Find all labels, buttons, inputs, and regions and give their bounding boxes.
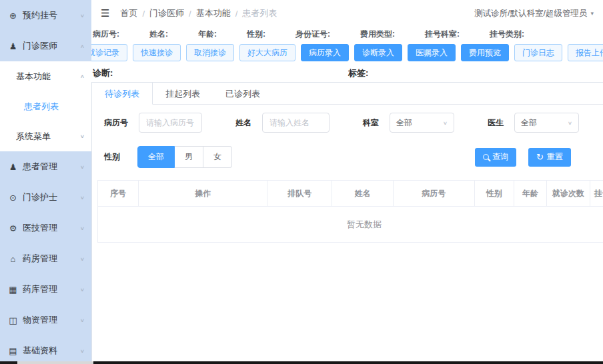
- user-label: 测试诊所/默认科室/超级管理员: [474, 8, 587, 19]
- sidebar-item-drugstore-management[interactable]: ▦ 药库管理 ∨: [0, 274, 91, 305]
- haodada-emr-button[interactable]: 好大大病历: [239, 44, 295, 61]
- sidebar-item-outpatient-nurse[interactable]: ⊙ 门诊护士 ∨: [0, 182, 91, 213]
- sidebar-item-label: 基础资料: [23, 345, 57, 357]
- chevron-down-icon: ∨: [80, 348, 85, 353]
- patient-table: 序号 操作 排队号 姓名 病历号 性别 年龄 就诊次数 挂号时间: [97, 180, 603, 243]
- hamburger-menu-icon[interactable]: ☰: [101, 7, 109, 19]
- col-header-actions: 操作: [139, 181, 267, 207]
- reset-button-label: 重置: [547, 151, 563, 163]
- query-button-group: 查询 ↻ 重置: [475, 148, 571, 167]
- breadcrumb-basic-functions[interactable]: 基本功能: [196, 7, 231, 19]
- patient-name-label: 姓名:: [149, 29, 168, 40]
- record-entry-button[interactable]: 病历录入: [301, 44, 349, 61]
- report-upload-button[interactable]: 报告上传: [568, 44, 603, 61]
- patient-info-bar: 病历号: 姓名: 年龄: 性别: 身份证号: 费用类型: 挂号科室: 挂号类别:: [91, 28, 603, 40]
- nurse-icon: ⊙: [8, 193, 18, 203]
- diagnosis-label: 诊断:: [93, 67, 348, 78]
- doctor-icon: ♟: [8, 41, 18, 51]
- patient-list-card: 待诊列表 挂起列表 已诊列表 病历号 姓名 科室: [91, 82, 603, 361]
- medtech-icon: ⚙: [8, 223, 18, 233]
- col-header-gender: 性别: [474, 181, 514, 207]
- document-icon: ▤: [8, 346, 18, 356]
- sidebar-item-label: 药库管理: [23, 283, 57, 295]
- sidebar-item-outpatient-doctor[interactable]: ♟ 门诊医师 ∧: [0, 31, 91, 61]
- dept-select-value: 全部: [396, 117, 412, 129]
- gender-label: 性别: [104, 151, 120, 163]
- doctor-select[interactable]: 全部 ∨: [514, 113, 579, 133]
- tab-suspended-list[interactable]: 挂起列表: [153, 83, 213, 104]
- col-header-name: 姓名: [332, 181, 394, 207]
- col-header-record-no: 病历号: [393, 181, 474, 207]
- chevron-down-icon: ∨: [80, 225, 85, 231]
- reset-button[interactable]: ↻ 重置: [528, 148, 571, 167]
- breadcrumb-home[interactable]: 首页: [120, 7, 137, 19]
- diagnosis-row: 诊断: 标签:: [93, 67, 603, 78]
- chevron-down-icon: ∨: [568, 120, 572, 125]
- sidebar-item-patient-list[interactable]: 患者列表: [0, 91, 91, 121]
- quick-admit-button[interactable]: 快速接诊: [133, 44, 181, 61]
- appointment-icon: ⊕: [8, 11, 18, 21]
- sidebar-item-medtech-management[interactable]: ⚙ 医技管理 ∨: [0, 213, 91, 243]
- name-label: 姓名: [235, 117, 251, 129]
- diagnosis-entry-button[interactable]: 诊断录入: [354, 44, 402, 61]
- patient-table-wrapper: 序号 操作 排队号 姓名 病历号 性别 年龄 就诊次数 挂号时间: [97, 180, 603, 243]
- breadcrumb-patient-list: 患者列表: [242, 7, 277, 19]
- bottom-strip-segment: [93, 361, 603, 364]
- gender-option-male[interactable]: 男: [175, 146, 203, 168]
- patient-reg-category-label: 挂号类别:: [490, 29, 524, 40]
- fee-preview-button[interactable]: 费用预览: [461, 44, 509, 61]
- sidebar-item-basic-functions[interactable]: 基本功能 ∧: [0, 61, 91, 91]
- filter-row-1: 病历号 姓名 科室 全部 ∨ 医生: [104, 113, 603, 133]
- sidebar-item-patient-management[interactable]: ♟ 患者管理 ∨: [0, 151, 91, 182]
- user-menu[interactable]: 测试诊所/默认科室/超级管理员 ▾: [474, 8, 594, 19]
- name-field-group: 姓名: [235, 113, 330, 133]
- name-input[interactable]: [262, 113, 330, 133]
- sidebar-item-appointment[interactable]: ⊕ 预约挂号 ∨: [0, 0, 91, 31]
- col-header-visit-count: 就诊次数: [546, 181, 590, 207]
- record-no-label: 病历号: [104, 117, 128, 129]
- outpatient-log-button[interactable]: 门诊日志: [514, 44, 562, 61]
- dept-select[interactable]: 全部 ∨: [390, 113, 454, 133]
- chevron-down-icon: ∨: [80, 287, 85, 292]
- cancel-admit-button[interactable]: 取消接诊: [186, 44, 234, 61]
- patient-gender-label: 性别:: [247, 29, 265, 40]
- sidebar-item-label: 系统菜单: [16, 131, 51, 143]
- col-header-queue-no: 排队号: [267, 181, 332, 207]
- breadcrumb: 首页 / 门诊医师 / 基本功能 / 患者列表: [120, 7, 277, 19]
- tags-label: 标签:: [348, 67, 368, 78]
- visit-record-button[interactable]: 就诊记录: [91, 44, 127, 61]
- sidebar-item-basic-data[interactable]: ▤ 基础资料 ∨: [0, 335, 91, 361]
- gender-option-female[interactable]: 女: [203, 146, 232, 168]
- pharmacy-icon: ⌂: [8, 254, 18, 264]
- breadcrumb-outpatient-doctor[interactable]: 门诊医师: [149, 7, 184, 19]
- query-button[interactable]: 查询: [475, 148, 516, 167]
- sidebar-item-pharmacy-management[interactable]: ⌂ 药房管理 ∨: [0, 243, 91, 274]
- chevron-up-icon: ∧: [80, 43, 85, 49]
- gender-option-all[interactable]: 全部: [137, 146, 175, 168]
- gender-radio-group: 全部 男 女: [137, 146, 232, 168]
- sidebar-item-system-menu[interactable]: 系统菜单 ∨: [0, 121, 91, 151]
- main-content: ☰ 首页 / 门诊医师 / 基本功能 / 患者列表 测试诊所/默认科室/超级管理…: [91, 0, 603, 361]
- patient-record-no-label: 病历号:: [93, 29, 119, 40]
- tab-waiting-list[interactable]: 待诊列表: [92, 83, 153, 105]
- patient-icon: ♟: [8, 162, 18, 172]
- record-no-input[interactable]: [139, 113, 202, 133]
- record-no-field-group: 病历号: [104, 113, 202, 133]
- sidebar-item-label: 基本功能: [16, 71, 51, 83]
- sidebar-item-label: 门诊医师: [23, 40, 57, 52]
- app-layout: ⊕ 预约挂号 ∨ ♟ 门诊医师 ∧ 基本功能 ∧ 患者列表 系统菜单 ∨ ♟ 患…: [0, 0, 603, 361]
- empty-state-text: 暂无数据: [98, 207, 603, 243]
- doctor-select-value: 全部: [521, 117, 537, 129]
- col-header-age: 年龄: [514, 181, 546, 207]
- chevron-down-icon: ∨: [80, 317, 85, 323]
- breadcrumb-separator: /: [142, 9, 145, 19]
- col-header-reg-time: 挂号时间: [590, 181, 603, 207]
- bottom-strip: [0, 361, 603, 364]
- dept-label: 科室: [363, 117, 379, 129]
- order-entry-button[interactable]: 医嘱录入: [408, 44, 456, 61]
- filter-panel: 病历号 姓名 科室 全部 ∨ 医生: [92, 105, 603, 168]
- chevron-down-icon: ∨: [80, 256, 85, 261]
- sidebar-item-materials-management[interactable]: ◫ 物资管理 ∨: [0, 305, 91, 335]
- chevron-down-icon: ∨: [80, 164, 85, 169]
- tab-seen-list[interactable]: 已诊列表: [213, 83, 273, 104]
